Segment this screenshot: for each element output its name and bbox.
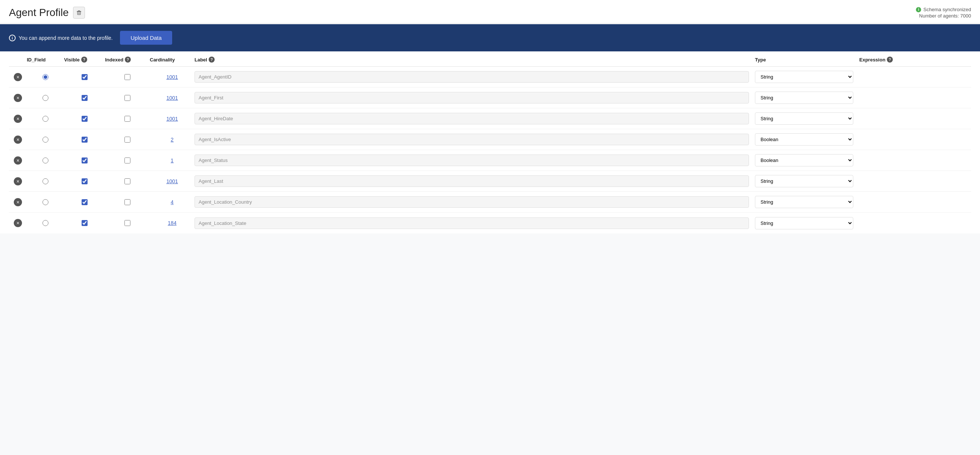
indexed-checkbox[interactable] — [124, 136, 130, 143]
agent-count-text: Number of agents: 7000 — [916, 13, 971, 19]
svg-rect-1 — [78, 10, 80, 11]
header-left: Agent Profile — [9, 7, 85, 19]
id-field-radio[interactable] — [43, 116, 48, 122]
visible-checkbox[interactable] — [82, 199, 88, 205]
label-input[interactable] — [194, 155, 749, 166]
visible-checkbox[interactable] — [82, 157, 88, 163]
visible-checkbox[interactable] — [82, 220, 88, 226]
indexed-checkbox[interactable] — [124, 220, 130, 226]
table-row: ×1001StringBooleanIntegerFloatDateDateTi… — [9, 87, 971, 108]
cardinality-link[interactable]: 1 — [171, 157, 173, 163]
id-field-radio[interactable] — [43, 220, 48, 226]
id-field-radio[interactable] — [43, 157, 48, 163]
banner-message: i You can append more data to the profil… — [9, 35, 113, 41]
expression-help-icon: ? — [887, 57, 893, 63]
indexed-checkbox[interactable] — [124, 157, 130, 163]
table-body: ×1001StringBooleanIntegerFloatDateDateTi… — [9, 67, 971, 233]
indexed-checkbox[interactable] — [124, 74, 130, 80]
cardinality-link[interactable]: 2 — [171, 136, 173, 143]
page-header: Agent Profile i Schema synchronized Numb… — [0, 0, 980, 24]
label-help-icon: ? — [209, 57, 215, 63]
cardinality-link[interactable]: 184 — [168, 220, 176, 226]
type-select[interactable]: StringBooleanIntegerFloatDateDateTime — [755, 92, 853, 104]
indexed-checkbox[interactable] — [124, 199, 130, 205]
id-field-radio[interactable] — [43, 74, 48, 80]
id-field-radio[interactable] — [43, 178, 48, 184]
col-header-expression: Expression ? — [859, 57, 971, 63]
table-headers: ID_Field Visible ? Indexed ? Cardinality… — [9, 51, 971, 67]
cardinality-link[interactable]: 4 — [171, 199, 173, 205]
visible-checkbox[interactable] — [82, 178, 88, 184]
table-row: ×1StringBooleanIntegerFloatDateDateTime — [9, 150, 971, 171]
label-input[interactable] — [194, 92, 749, 103]
data-table: ID_Field Visible ? Indexed ? Cardinality… — [0, 51, 980, 233]
table-row: ×1001StringBooleanIntegerFloatDateDateTi… — [9, 67, 971, 87]
table-row: ×1001StringBooleanIntegerFloatDateDateTi… — [9, 171, 971, 192]
visible-checkbox[interactable] — [82, 95, 88, 101]
label-input[interactable] — [194, 134, 749, 145]
schema-status: i Schema synchronized — [916, 7, 971, 12]
table-row: ×1001StringBooleanIntegerFloatDateDateTi… — [9, 108, 971, 129]
indexed-checkbox[interactable] — [124, 95, 130, 101]
remove-row-button[interactable]: × — [14, 136, 22, 144]
cardinality-link[interactable]: 1001 — [166, 95, 178, 101]
remove-row-button[interactable]: × — [14, 94, 22, 102]
visible-checkbox[interactable] — [82, 136, 88, 143]
indexed-checkbox[interactable] — [124, 116, 130, 122]
schema-status-text: Schema synchronized — [923, 7, 971, 12]
label-input[interactable] — [194, 175, 749, 187]
status-dot-icon: i — [916, 7, 921, 12]
visible-checkbox[interactable] — [82, 116, 88, 122]
id-field-radio[interactable] — [43, 95, 48, 101]
table-row: ×2StringBooleanIntegerFloatDateDateTime — [9, 129, 971, 150]
type-select[interactable]: StringBooleanIntegerFloatDateDateTime — [755, 71, 853, 83]
col-header-id-field: ID_Field — [27, 57, 64, 63]
id-field-radio[interactable] — [43, 199, 48, 205]
indexed-help-icon: ? — [125, 57, 131, 63]
cardinality-link[interactable]: 1001 — [166, 178, 178, 184]
type-select[interactable]: StringBooleanIntegerFloatDateDateTime — [755, 175, 853, 187]
type-select[interactable]: StringBooleanIntegerFloatDateDateTime — [755, 113, 853, 125]
table-row: ×4StringBooleanIntegerFloatDateDateTime — [9, 192, 971, 212]
col-header-label: Label ? — [194, 57, 755, 63]
banner-info-icon: i — [9, 35, 16, 41]
visible-checkbox[interactable] — [82, 74, 88, 80]
remove-row-button[interactable]: × — [14, 115, 22, 123]
remove-row-button[interactable]: × — [14, 198, 22, 206]
col-header-cardinality: Cardinality — [150, 57, 194, 63]
cardinality-link[interactable]: 1001 — [166, 116, 178, 122]
remove-row-button[interactable]: × — [14, 177, 22, 185]
col-header-visible: Visible ? — [64, 57, 105, 63]
label-input[interactable] — [194, 196, 749, 208]
label-input[interactable] — [194, 71, 749, 82]
col-header-type: Type — [755, 57, 859, 63]
table-row: ×184StringBooleanIntegerFloatDateDateTim… — [9, 212, 971, 233]
type-select[interactable]: StringBooleanIntegerFloatDateDateTime — [755, 217, 853, 229]
id-field-radio[interactable] — [43, 136, 48, 143]
delete-button[interactable] — [73, 7, 85, 19]
banner-text-content: You can append more data to the profile. — [19, 35, 113, 41]
type-select[interactable]: StringBooleanIntegerFloatDateDateTime — [755, 196, 853, 208]
trash-icon — [76, 10, 82, 15]
label-input[interactable] — [194, 113, 749, 124]
visible-help-icon: ? — [81, 57, 87, 63]
remove-row-button[interactable]: × — [14, 219, 22, 227]
remove-row-button[interactable]: × — [14, 156, 22, 165]
type-select[interactable]: StringBooleanIntegerFloatDateDateTime — [755, 133, 853, 146]
col-header-indexed: Indexed ? — [105, 57, 150, 63]
label-input[interactable] — [194, 217, 749, 229]
cardinality-link[interactable]: 1001 — [166, 74, 178, 80]
header-right: i Schema synchronized Number of agents: … — [916, 7, 971, 19]
remove-row-button[interactable]: × — [14, 73, 22, 81]
upload-banner: i You can append more data to the profil… — [0, 24, 980, 51]
type-select[interactable]: StringBooleanIntegerFloatDateDateTime — [755, 154, 853, 166]
page-title: Agent Profile — [9, 7, 68, 19]
indexed-checkbox[interactable] — [124, 178, 130, 184]
upload-data-button[interactable]: Upload Data — [120, 31, 172, 45]
